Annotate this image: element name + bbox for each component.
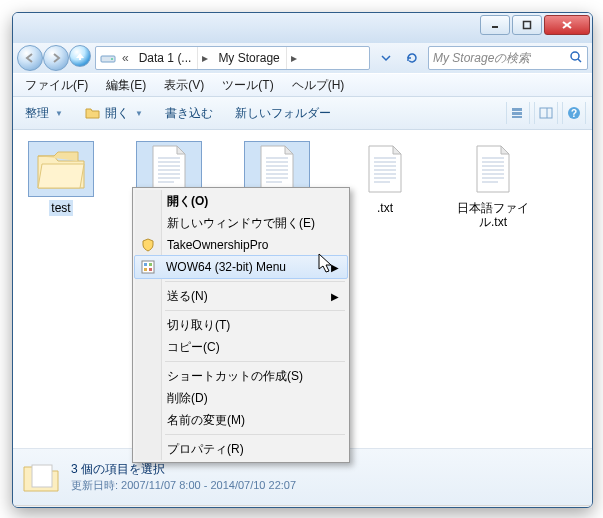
svg-rect-45: [144, 263, 147, 266]
svg-point-5: [111, 58, 113, 60]
menu-view[interactable]: 表示(V): [156, 75, 212, 96]
ctx-create-shortcut[interactable]: ショートカットの作成(S): [135, 365, 347, 387]
drive-icon: [100, 50, 116, 66]
svg-rect-11: [540, 108, 552, 118]
ctx-delete[interactable]: 削除(D): [135, 387, 347, 409]
organize-button[interactable]: 整理▼: [19, 103, 69, 124]
svg-rect-43: [32, 465, 52, 487]
menu-edit[interactable]: 編集(E): [98, 75, 154, 96]
svg-rect-48: [149, 268, 152, 271]
chevron-down-icon: ▼: [55, 109, 63, 118]
text-file-icon: [461, 142, 525, 196]
file-item[interactable]: test: [21, 142, 101, 230]
search-placeholder: My Storageの検索: [433, 50, 530, 67]
file-item[interactable]: .txt: [345, 142, 425, 230]
file-label: 日本語ファイル.txt: [453, 200, 533, 230]
ctx-properties[interactable]: プロパティ(R): [135, 438, 347, 460]
folder-icon: [29, 142, 93, 196]
text-file-icon: [353, 142, 417, 196]
breadcrumb-seg-1[interactable]: Data 1 (...: [133, 47, 199, 69]
ctx-sendto[interactable]: 送る(N)▶: [135, 285, 347, 307]
svg-rect-47: [144, 268, 147, 271]
details-date: 更新日時: 2007/11/07 8:00 - 2014/07/10 22:07: [71, 478, 296, 493]
svg-rect-46: [149, 263, 152, 266]
details-icon: [21, 459, 61, 495]
minimize-button[interactable]: [480, 15, 510, 35]
explorer-window: « Data 1 (... ▸ My Storage ▸ My Storageの…: [12, 12, 593, 508]
svg-rect-8: [512, 108, 522, 111]
up-button[interactable]: [69, 45, 91, 67]
history-dropdown-button[interactable]: [374, 46, 398, 70]
chevron-right-icon: ▶: [331, 262, 339, 273]
maximize-button[interactable]: [512, 15, 542, 35]
svg-rect-44: [142, 261, 154, 273]
ctx-open-new-window[interactable]: 新しいウィンドウで開く(E): [135, 212, 347, 234]
search-box[interactable]: My Storageの検索: [428, 46, 588, 70]
svg-text:?: ?: [571, 108, 577, 119]
preview-pane-button[interactable]: [534, 102, 558, 124]
help-button[interactable]: ?: [562, 102, 586, 124]
chevron-right-icon: ▸: [198, 51, 212, 65]
ctx-wow64-menu[interactable]: WOW64 (32-bit) Menu▶: [134, 255, 348, 279]
menu-tools[interactable]: ツール(T): [214, 75, 281, 96]
menu-file[interactable]: ファイル(F): [17, 75, 96, 96]
status-bar: WOW64 (32-bit) Menu: [13, 505, 592, 508]
forward-button[interactable]: [43, 45, 69, 71]
title-bar: [13, 13, 592, 43]
breadcrumb-seg-2[interactable]: My Storage: [212, 47, 286, 69]
context-menu: 開く(O) 新しいウィンドウで開く(E) TakeOwnershipPro WO…: [132, 187, 350, 463]
chevron-right-icon: «: [118, 51, 133, 65]
command-bar: 整理▼ 開く▼ 書き込む 新しいフォルダー ?: [13, 97, 592, 130]
open-button[interactable]: 開く▼: [79, 103, 149, 124]
menu-bar: ファイル(F) 編集(E) 表示(V) ツール(T) ヘルプ(H): [13, 73, 592, 97]
nav-bar: « Data 1 (... ▸ My Storage ▸ My Storageの…: [13, 43, 592, 73]
svg-rect-10: [512, 116, 522, 118]
close-button[interactable]: [544, 15, 590, 35]
svg-rect-1: [524, 22, 531, 29]
file-label: .txt: [375, 200, 395, 216]
svg-rect-9: [512, 112, 522, 115]
chevron-right-icon: ▸: [287, 51, 301, 65]
back-button[interactable]: [17, 45, 43, 71]
svg-point-6: [571, 52, 579, 60]
ctx-takeownershippro[interactable]: TakeOwnershipPro: [135, 234, 347, 256]
chevron-right-icon: ▶: [331, 291, 339, 302]
folder-open-icon: [85, 106, 101, 120]
chevron-down-icon: ▼: [135, 109, 143, 118]
search-icon: [569, 50, 583, 67]
shield-icon: [140, 237, 156, 253]
details-title: 3 個の項目を選択: [71, 461, 296, 478]
menu-help[interactable]: ヘルプ(H): [284, 75, 353, 96]
ctx-copy[interactable]: コピー(C): [135, 336, 347, 358]
burn-button[interactable]: 書き込む: [159, 103, 219, 124]
app-icon: [140, 259, 156, 275]
ctx-rename[interactable]: 名前の変更(M): [135, 409, 347, 431]
view-options-button[interactable]: [506, 102, 530, 124]
address-bar[interactable]: « Data 1 (... ▸ My Storage ▸: [95, 46, 370, 70]
ctx-cut[interactable]: 切り取り(T): [135, 314, 347, 336]
file-label: test: [49, 200, 72, 216]
new-folder-button[interactable]: 新しいフォルダー: [229, 103, 337, 124]
ctx-open[interactable]: 開く(O): [135, 190, 347, 212]
file-item[interactable]: 日本語ファイル.txt: [453, 142, 533, 230]
refresh-button[interactable]: [400, 46, 424, 70]
svg-line-7: [578, 59, 581, 62]
